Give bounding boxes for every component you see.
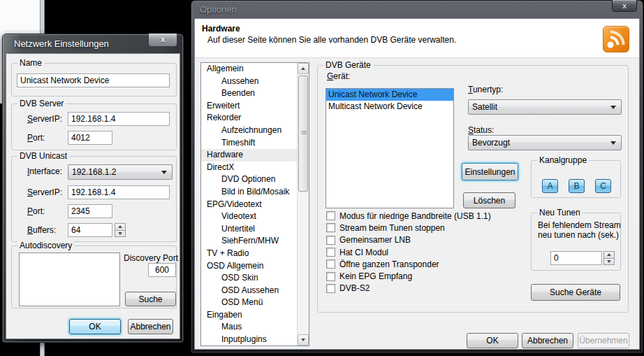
tunertyp-label: Tunertyp:	[468, 85, 503, 94]
server-port-input[interactable]: 4012	[68, 131, 112, 145]
spin-up-icon[interactable]	[115, 223, 126, 231]
status-label: Status:	[468, 125, 494, 135]
cancel-button[interactable]: Abbrechen	[128, 319, 173, 334]
network-settings-dialog: Netzwerk Einstellungen x Name Unicast Ne…	[2, 34, 184, 343]
dvb-devices-group: DVB Geräte Gerät: Unicast Network Device…	[317, 65, 629, 313]
kanalgruppe-button[interactable]: B	[569, 179, 585, 193]
sidebar-item[interactable]: OSD Menü	[201, 297, 297, 309]
sidebar-item[interactable]: TV + Radio	[201, 248, 297, 260]
ok-button[interactable]: OK	[69, 319, 121, 334]
ok-button[interactable]: OK	[467, 333, 518, 348]
scroll-up-icon[interactable]	[298, 63, 309, 74]
status-combobox[interactable]: Bevorzugt	[468, 135, 622, 150]
sidebar-item[interactable]: Allgemein	[201, 63, 297, 76]
options-dialog-titlebar[interactable]: Optionen	[191, 1, 643, 18]
server-port-label: Port:	[27, 133, 45, 143]
checkbox[interactable]	[326, 236, 335, 245]
checkbox-label: Kein EPG Empfang	[339, 271, 412, 281]
interface-combobox[interactable]: 192.168.1.2	[68, 164, 173, 180]
sidebar-item[interactable]: Aufzeichnungen	[201, 124, 297, 137]
spin-down-icon[interactable]	[115, 231, 126, 238]
close-icon[interactable]: x	[148, 34, 177, 47]
device-list-item[interactable]: Multicast Network Device	[326, 101, 453, 113]
autodiscovery-listbox[interactable]	[19, 252, 120, 306]
sidebar-scrollbar[interactable]	[297, 63, 309, 346]
unicast-port-input[interactable]: 2345	[68, 204, 112, 218]
neu-tunen-group: Neu Tunen Bei fehlendem Stream neu tunen…	[531, 213, 621, 271]
sidebar-item[interactable]: Erweitert	[201, 100, 297, 113]
device-name-input[interactable]: Unicast Network Device	[17, 73, 170, 87]
neu-tunen-input[interactable]: 0	[550, 251, 602, 265]
checkbox[interactable]	[326, 272, 335, 281]
discovery-port-input[interactable]: 600	[148, 263, 176, 277]
interface-label: Interface:	[27, 166, 62, 176]
sidebar-item[interactable]: EPG/Videotext	[201, 199, 297, 211]
sidebar-item[interactable]: OSD Aussehen	[201, 285, 297, 297]
apply-button: Übernehmen	[578, 333, 629, 348]
server-ip-label: ServerIP:	[27, 114, 62, 124]
sidebar-item[interactable]: Timeshift	[201, 137, 297, 150]
sidebar-item[interactable]: Inputplugins	[201, 334, 297, 346]
kanalgruppe-button[interactable]: A	[542, 179, 558, 193]
buffers-input[interactable]: 64	[68, 223, 112, 237]
device-option-checkboxes: Modus für niedrige Bandbreite (USB 1.1) …	[326, 210, 536, 294]
sidebar-item[interactable]: SiehFern/MHW	[201, 235, 297, 248]
checkbox-label: Gemeinsamer LNB	[339, 235, 411, 245]
checkbox-label: Stream beim Tunen stoppen	[339, 223, 445, 233]
sidebar-item[interactable]: Eingaben	[201, 309, 297, 322]
server-ip-input[interactable]: 192.168.1.4	[68, 112, 170, 126]
cancel-button[interactable]: Abbrechen	[522, 333, 573, 348]
device-list-item[interactable]: Unicast Network Device	[326, 89, 453, 101]
scrollbar-thumb[interactable]	[298, 76, 308, 192]
suche-geraete-button[interactable]: Suche Geräte	[531, 284, 620, 301]
options-dialog-title: Optionen	[191, 4, 237, 15]
sidebar-item[interactable]: Bild in Bild/Mosaik	[201, 186, 297, 199]
sidebar-item[interactable]: DirectX	[201, 162, 297, 174]
sidebar-item[interactable]: Hardware	[201, 149, 297, 162]
checkbox[interactable]	[326, 211, 335, 220]
kanalgruppe-button[interactable]: C	[595, 179, 611, 193]
sidebar-item[interactable]: Videotext	[201, 211, 297, 223]
device-listbox[interactable]: Unicast Network Device Multicast Network…	[325, 88, 454, 208]
buffers-label: Buffers:	[27, 225, 56, 235]
checkbox-label: DVB-S2	[339, 283, 369, 293]
chevron-down-icon	[161, 171, 167, 174]
page-header: Hardware Auf dieser Seite können Sie all…	[195, 19, 639, 58]
sidebar-item[interactable]: OSD Skin	[201, 272, 297, 285]
scroll-down-icon[interactable]	[298, 334, 309, 346]
sidebar-item[interactable]: OSD Allgemein	[201, 260, 297, 273]
checkbox[interactable]	[326, 259, 335, 269]
dvbviewer-logo-icon	[603, 26, 629, 52]
sidebar-item[interactable]: Maus	[201, 321, 297, 334]
buffers-spinner[interactable]	[115, 223, 126, 237]
kanalgruppe-legend: Kanalgruppe	[537, 155, 589, 165]
dvb-server-group: DVB Server ServerIP: 192.168.1.4 Port: 4…	[11, 104, 177, 150]
options-dialog: Optionen x Hardware Auf dieser Seite kön…	[191, 0, 643, 353]
sidebar-item[interactable]: Rekorder	[201, 112, 297, 124]
spin-up-icon[interactable]	[603, 251, 615, 259]
tunertyp-combobox[interactable]: Satellit	[468, 99, 622, 115]
name-group: Name Unicast Network Device	[11, 63, 177, 97]
checkbox[interactable]	[326, 248, 335, 257]
spin-down-icon[interactable]	[603, 259, 615, 266]
sidebar-item[interactable]: Untertitel	[201, 223, 297, 236]
unicast-serverip-input[interactable]: 192.168.1.4	[68, 185, 170, 199]
sidebar-item[interactable]: Aussehen	[201, 76, 297, 88]
close-icon[interactable]: x	[612, 0, 637, 12]
dvb-server-legend: DVB Server	[17, 99, 66, 108]
checkbox-row: Stream beim Tunen stoppen	[326, 222, 536, 234]
loeschen-button[interactable]: Löschen	[463, 192, 515, 208]
tunertyp-value: Satellit	[472, 102, 497, 112]
neu-tunen-spinner[interactable]	[603, 251, 615, 265]
sidebar-item[interactable]: Beenden	[201, 87, 297, 100]
autodiscovery-group: Autodiscovery Discovery Port 600 Suche	[11, 245, 177, 308]
dvb-devices-legend: DVB Geräte	[323, 60, 373, 70]
checkbox[interactable]	[326, 284, 335, 293]
options-sidebar: Allgemein Aussehen Beenden Erweitert Rek…	[200, 62, 309, 346]
sidebar-item[interactable]: DVD Optionen	[201, 173, 297, 186]
checkbox[interactable]	[326, 223, 335, 232]
unicast-serverip-label: ServerIP:	[27, 187, 62, 197]
suche-button[interactable]: Suche	[125, 292, 176, 306]
chevron-down-icon	[610, 106, 616, 109]
einstellungen-button[interactable]: Einstellungen	[462, 163, 518, 180]
